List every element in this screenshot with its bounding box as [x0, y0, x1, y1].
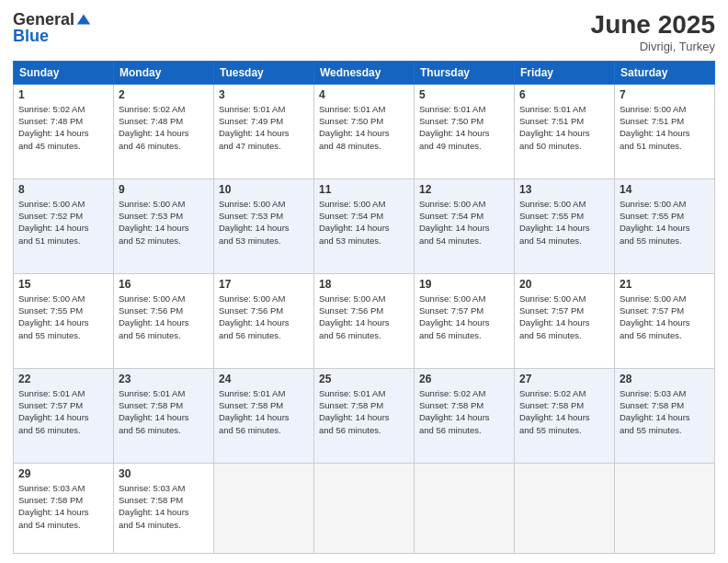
day-info: Sunrise: 5:01 AMSunset: 7:57 PMDaylight:… — [18, 387, 108, 436]
day-info: Sunrise: 5:01 AMSunset: 7:58 PMDaylight:… — [219, 387, 309, 436]
day-number: 29 — [18, 467, 108, 480]
day-info: Sunrise: 5:02 AMSunset: 7:48 PMDaylight:… — [18, 103, 108, 152]
logo-general: General — [13, 10, 74, 29]
table-row: 7Sunrise: 5:00 AMSunset: 7:51 PMDaylight… — [615, 84, 715, 178]
location: Divrigi, Turkey — [591, 40, 715, 53]
day-info: Sunrise: 5:03 AMSunset: 7:58 PMDaylight:… — [119, 482, 209, 531]
day-info: Sunrise: 5:00 AMSunset: 7:56 PMDaylight:… — [219, 293, 309, 341]
day-number: 30 — [119, 467, 209, 480]
logo-text: General — [13, 11, 74, 28]
table-row: 27Sunrise: 5:02 AMSunset: 7:58 PMDayligh… — [515, 368, 615, 463]
day-number: 11 — [319, 183, 409, 196]
table-row: 17Sunrise: 5:00 AMSunset: 7:56 PMDayligh… — [214, 273, 314, 368]
col-friday: Friday — [515, 61, 615, 84]
table-row — [415, 463, 515, 553]
day-number: 5 — [419, 88, 509, 101]
day-info: Sunrise: 5:00 AMSunset: 7:51 PMDaylight:… — [620, 103, 710, 152]
day-info: Sunrise: 5:00 AMSunset: 7:53 PMDaylight:… — [119, 198, 209, 247]
table-row: 11Sunrise: 5:00 AMSunset: 7:54 PMDayligh… — [314, 178, 415, 273]
table-row: 9Sunrise: 5:00 AMSunset: 7:53 PMDaylight… — [114, 178, 214, 273]
table-row: 14Sunrise: 5:00 AMSunset: 7:55 PMDayligh… — [615, 178, 715, 273]
table-row: 4Sunrise: 5:01 AMSunset: 7:50 PMDaylight… — [314, 84, 415, 178]
day-info: Sunrise: 5:00 AMSunset: 7:54 PMDaylight:… — [419, 198, 509, 247]
day-number: 2 — [119, 88, 209, 101]
day-info: Sunrise: 5:03 AMSunset: 7:58 PMDaylight:… — [18, 482, 108, 531]
day-info: Sunrise: 5:00 AMSunset: 7:56 PMDaylight:… — [119, 293, 209, 341]
col-thursday: Thursday — [415, 61, 515, 84]
col-sunday: Sunday — [14, 61, 114, 84]
day-number: 20 — [519, 278, 609, 291]
calendar-row: 8Sunrise: 5:00 AMSunset: 7:52 PMDaylight… — [14, 178, 715, 273]
day-number: 28 — [620, 373, 710, 385]
day-number: 18 — [319, 278, 409, 291]
day-info: Sunrise: 5:02 AMSunset: 7:48 PMDaylight:… — [119, 103, 209, 152]
day-number: 13 — [519, 183, 609, 196]
day-info: Sunrise: 5:00 AMSunset: 7:57 PMDaylight:… — [519, 293, 609, 341]
day-info: Sunrise: 5:01 AMSunset: 7:50 PMDaylight:… — [419, 103, 509, 152]
day-number: 24 — [219, 373, 309, 385]
col-tuesday: Tuesday — [214, 61, 314, 84]
header: General Blue June 2025 Divrigi, Turkey — [13, 11, 715, 53]
col-monday: Monday — [114, 61, 214, 84]
table-row: 8Sunrise: 5:00 AMSunset: 7:52 PMDaylight… — [14, 178, 114, 273]
calendar-row: 15Sunrise: 5:00 AMSunset: 7:55 PMDayligh… — [14, 273, 715, 368]
table-row: 2Sunrise: 5:02 AMSunset: 7:48 PMDaylight… — [114, 84, 214, 178]
day-number: 26 — [419, 373, 509, 385]
table-row: 21Sunrise: 5:00 AMSunset: 7:57 PMDayligh… — [615, 273, 715, 368]
day-info: Sunrise: 5:01 AMSunset: 7:49 PMDaylight:… — [219, 103, 309, 152]
day-number: 12 — [419, 183, 509, 196]
col-wednesday: Wednesday — [314, 61, 415, 84]
day-number: 8 — [18, 183, 108, 196]
day-info: Sunrise: 5:00 AMSunset: 7:56 PMDaylight:… — [319, 293, 409, 341]
calendar-row: 29Sunrise: 5:03 AMSunset: 7:58 PMDayligh… — [14, 463, 715, 553]
month-title: June 2025 — [591, 11, 715, 40]
table-row: 6Sunrise: 5:01 AMSunset: 7:51 PMDaylight… — [515, 84, 615, 178]
day-number: 3 — [219, 88, 309, 101]
page: General Blue June 2025 Divrigi, Turkey S… — [0, 0, 728, 563]
day-number: 10 — [219, 183, 309, 196]
calendar-header-row: Sunday Monday Tuesday Wednesday Thursday… — [14, 61, 715, 84]
day-info: Sunrise: 5:00 AMSunset: 7:55 PMDaylight:… — [519, 198, 609, 247]
day-number: 4 — [319, 88, 409, 101]
table-row — [214, 463, 314, 553]
day-number: 14 — [620, 183, 710, 196]
logo-icon — [75, 11, 92, 28]
table-row: 19Sunrise: 5:00 AMSunset: 7:57 PMDayligh… — [415, 273, 515, 368]
table-row: 23Sunrise: 5:01 AMSunset: 7:58 PMDayligh… — [114, 368, 214, 463]
table-row: 5Sunrise: 5:01 AMSunset: 7:50 PMDaylight… — [415, 84, 515, 178]
calendar-row: 1Sunrise: 5:02 AMSunset: 7:48 PMDaylight… — [14, 84, 715, 178]
day-info: Sunrise: 5:00 AMSunset: 7:55 PMDaylight:… — [18, 293, 108, 341]
table-row — [515, 463, 615, 553]
table-row: 30Sunrise: 5:03 AMSunset: 7:58 PMDayligh… — [114, 463, 214, 553]
table-row: 26Sunrise: 5:02 AMSunset: 7:58 PMDayligh… — [415, 368, 515, 463]
table-row: 22Sunrise: 5:01 AMSunset: 7:57 PMDayligh… — [14, 368, 114, 463]
day-number: 22 — [18, 373, 108, 385]
table-row: 13Sunrise: 5:00 AMSunset: 7:55 PMDayligh… — [515, 178, 615, 273]
table-row: 10Sunrise: 5:00 AMSunset: 7:53 PMDayligh… — [214, 178, 314, 273]
svg-marker-0 — [77, 15, 90, 25]
day-info: Sunrise: 5:01 AMSunset: 7:58 PMDaylight:… — [319, 387, 409, 436]
table-row: 16Sunrise: 5:00 AMSunset: 7:56 PMDayligh… — [114, 273, 214, 368]
day-info: Sunrise: 5:02 AMSunset: 7:58 PMDaylight:… — [419, 387, 509, 436]
day-number: 16 — [119, 278, 209, 291]
day-number: 15 — [18, 278, 108, 291]
table-row: 18Sunrise: 5:00 AMSunset: 7:56 PMDayligh… — [314, 273, 415, 368]
table-row: 20Sunrise: 5:00 AMSunset: 7:57 PMDayligh… — [515, 273, 615, 368]
day-number: 19 — [419, 278, 509, 291]
day-number: 9 — [119, 183, 209, 196]
table-row: 29Sunrise: 5:03 AMSunset: 7:58 PMDayligh… — [14, 463, 114, 553]
day-number: 1 — [18, 88, 108, 101]
day-number: 27 — [519, 373, 609, 385]
day-number: 21 — [620, 278, 710, 291]
day-info: Sunrise: 5:01 AMSunset: 7:58 PMDaylight:… — [119, 387, 209, 436]
table-row: 3Sunrise: 5:01 AMSunset: 7:49 PMDaylight… — [214, 84, 314, 178]
day-info: Sunrise: 5:00 AMSunset: 7:55 PMDaylight:… — [620, 198, 710, 247]
day-number: 25 — [319, 373, 409, 385]
day-info: Sunrise: 5:00 AMSunset: 7:57 PMDaylight:… — [620, 293, 710, 341]
day-info: Sunrise: 5:00 AMSunset: 7:52 PMDaylight:… — [18, 198, 108, 247]
calendar-row: 22Sunrise: 5:01 AMSunset: 7:57 PMDayligh… — [14, 368, 715, 463]
table-row: 25Sunrise: 5:01 AMSunset: 7:58 PMDayligh… — [314, 368, 415, 463]
table-row: 1Sunrise: 5:02 AMSunset: 7:48 PMDaylight… — [14, 84, 114, 178]
day-info: Sunrise: 5:00 AMSunset: 7:57 PMDaylight:… — [419, 293, 509, 341]
table-row: 24Sunrise: 5:01 AMSunset: 7:58 PMDayligh… — [214, 368, 314, 463]
